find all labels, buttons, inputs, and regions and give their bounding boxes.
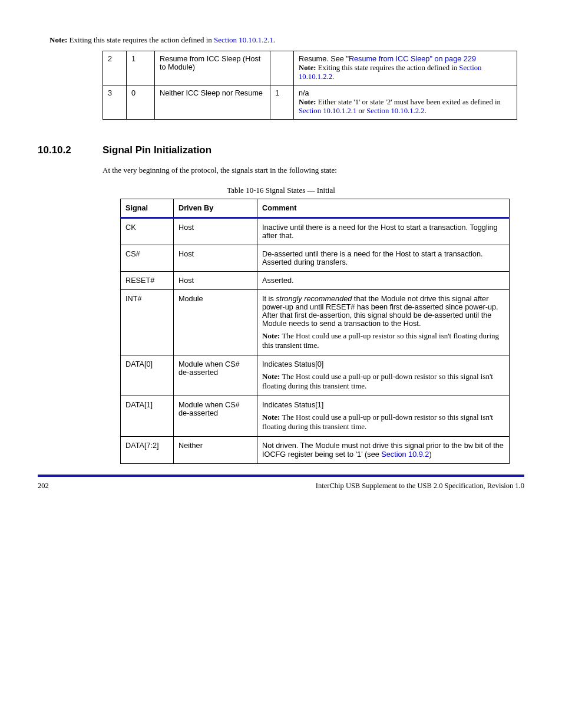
cell: Neither — [174, 437, 257, 464]
note-label: Note: — [299, 64, 318, 72]
table-signal-states: Signal Driven By Comment CK Host Inactiv… — [120, 199, 510, 464]
cell: Indicates Status[1] Note: The Host could… — [257, 396, 510, 437]
cell-note: Note: The Host could use a pull-up or pu… — [262, 372, 504, 391]
cell: Indicates Status[0] Note: The Host could… — [257, 355, 510, 396]
col-header: Driven By — [174, 199, 257, 218]
cell-note: Note: The Host could use a pull-up resis… — [262, 331, 504, 350]
cell: Module when CS# de-asserted — [174, 355, 257, 396]
cell: DATA[7:2] — [121, 437, 174, 464]
cell-text: n/a — [299, 89, 309, 97]
note-body: Exiting this state requires the action d… — [70, 35, 214, 44]
cell: 3 — [103, 85, 127, 120]
cell: Not driven. The Module must not drive th… — [257, 437, 510, 464]
note-body: Either state '1' or state '2' must have … — [318, 98, 501, 106]
table-row: INT# Module It is strongly recommended t… — [121, 290, 510, 355]
note-link[interactable]: Section 10.10.1.2.1 — [214, 35, 273, 44]
note-label: Note: — [262, 413, 282, 421]
cell-text: Not driven. The Module must not drive th… — [262, 442, 464, 450]
note-body: Exiting this state requires the action d… — [318, 64, 459, 72]
page-number: 202 — [38, 482, 49, 490]
cell: Resume from ICC Sleep (Host to Module) — [155, 51, 270, 85]
cell: RESET# — [121, 272, 174, 290]
cell-text: Resume. See " — [299, 55, 349, 63]
note-tail: . — [273, 35, 275, 44]
cell-link[interactable]: Resume from ICC Sleep" on page 229 — [349, 55, 476, 63]
note-link-2[interactable]: Section 10.10.1.2.2 — [366, 107, 424, 115]
cell: CK — [121, 218, 174, 245]
note-body: The Host could use a pull-up or pull-dow… — [262, 413, 493, 431]
cell: 2 — [103, 51, 127, 85]
cell: n/a Note: Either state '1' or state '2' … — [294, 85, 517, 120]
cell-text: Indicates Status[1] — [262, 401, 323, 409]
table-row: DATA[1] Module when CS# de-asserted Indi… — [121, 396, 510, 437]
cell: Inactive until there is a need for the H… — [257, 218, 510, 245]
cell: INT# — [121, 290, 174, 355]
cell: 1 — [270, 85, 294, 120]
cell: Resume. See "Resume from ICC Sleep" on p… — [294, 51, 517, 85]
note-body: The Host could use a pull-up resistor so… — [262, 331, 499, 350]
cell: Host — [174, 218, 257, 245]
cell-mono: bw — [464, 442, 473, 450]
note-label: Note: — [262, 372, 282, 381]
cell: Module — [174, 290, 257, 355]
cell-link[interactable]: Section 10.9.2 — [381, 450, 429, 459]
table-row: CS# Host De-asserted until there is a ne… — [121, 245, 510, 272]
cell: Host — [174, 272, 257, 290]
note-label: Note: — [262, 331, 282, 340]
cell-text: ) — [429, 450, 431, 459]
table-caption: Table 10-16 Signal States — Initial — [38, 186, 524, 195]
table-state-transitions: 2 1 Resume from ICC Sleep (Host to Modul… — [103, 51, 517, 120]
cell: CS# — [121, 245, 174, 272]
cell-text: Indicates Status[0] — [262, 360, 323, 368]
note-or: or — [356, 107, 366, 115]
cell: DATA[0] — [121, 355, 174, 396]
cell: DATA[1] — [121, 396, 174, 437]
cell — [270, 51, 294, 85]
cell: Asserted. — [257, 272, 510, 290]
col-header: Signal — [121, 199, 174, 218]
table-row: 3 0 Neither ICC Sleep nor Resume 1 n/a N… — [103, 85, 517, 120]
section-title: Signal Pin Initialization — [103, 144, 211, 156]
cell: 1 — [127, 51, 155, 85]
cell-note: Note: The Host could use a pull-up or pu… — [262, 413, 504, 431]
col-header: Comment — [257, 199, 510, 218]
cell: Host — [174, 245, 257, 272]
table-row: CK Host Inactive until there is a need f… — [121, 218, 510, 245]
top-note: Note: Exiting this state requires the ac… — [38, 35, 524, 45]
table-row: DATA[0] Module when CS# de-asserted Indi… — [121, 355, 510, 396]
note-tail: . — [425, 107, 427, 115]
table-row: DATA[7:2] Neither Not driven. The Module… — [121, 437, 510, 464]
note-tail: . — [332, 73, 334, 81]
cell: It is strongly recommended that the Modu… — [257, 290, 510, 355]
cell: Module when CS# de-asserted — [174, 396, 257, 437]
note-label: Note: — [299, 98, 318, 106]
section-number: 10.10.2 — [38, 144, 103, 156]
table-row: 2 1 Resume from ICC Sleep (Host to Modul… — [103, 51, 517, 85]
cell-ital: strongly recommended — [276, 295, 352, 303]
note-link[interactable]: Section 10.10.1.2.1 — [299, 107, 356, 115]
cell-text: It is — [262, 295, 276, 303]
page-footer: 202 InterChip USB Supplement to the USB … — [38, 475, 524, 490]
footer-title: InterChip USB Supplement to the USB 2.0 … — [316, 482, 524, 490]
cell: 0 — [127, 85, 155, 120]
note-body: The Host could use a pull-up or pull-dow… — [262, 372, 493, 390]
table-header-row: Signal Driven By Comment — [121, 199, 510, 218]
cell: Neither ICC Sleep nor Resume — [155, 85, 270, 120]
section-intro: At the very beginning of the protocol, t… — [103, 166, 524, 175]
cell: De-asserted until there is a need for th… — [257, 245, 510, 272]
section-heading: 10.10.2 Signal Pin Initialization — [38, 144, 524, 156]
table-row: RESET# Host Asserted. — [121, 272, 510, 290]
note-label: Note: — [49, 35, 70, 44]
